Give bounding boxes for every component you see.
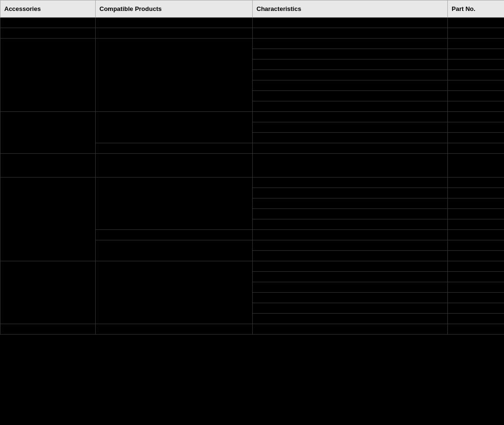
cell-partno <box>448 230 504 240</box>
cell-partno <box>448 198 504 209</box>
cell-characteristics <box>253 230 448 240</box>
cell-characteristics <box>253 178 448 188</box>
cell-partno <box>448 133 504 143</box>
accessories-table: Accessories Compatible Products Characte… <box>0 0 504 335</box>
cell-partno <box>448 49 504 59</box>
cell-partno <box>448 101 504 112</box>
cell-partno <box>448 272 504 282</box>
cell-characteristics <box>253 240 448 251</box>
cell-characteristics <box>253 303 448 314</box>
cell-compatible <box>96 143 253 154</box>
table-row <box>0 112 504 122</box>
cell-partno <box>448 70 504 80</box>
cell-compatible <box>96 230 253 240</box>
cell-characteristics <box>253 261 448 272</box>
cell-characteristics <box>253 282 448 293</box>
cell-partno <box>448 324 504 335</box>
cell-characteristics <box>253 39 448 49</box>
cell-partno <box>448 261 504 272</box>
cell-characteristics <box>253 154 448 178</box>
cell-characteristics <box>253 112 448 122</box>
cell-characteristics <box>253 143 448 154</box>
cell-partno <box>448 282 504 293</box>
cell-characteristics <box>253 219 448 230</box>
cell-characteristics <box>253 198 448 209</box>
cell-characteristics <box>253 251 448 261</box>
cell-accessories <box>0 154 96 178</box>
cell-partno <box>448 122 504 133</box>
cell-characteristics <box>253 209 448 219</box>
cell-partno <box>448 154 504 178</box>
cell-partno <box>448 39 504 49</box>
header-characteristics: Characteristics <box>253 0 448 18</box>
cell-characteristics <box>253 314 448 324</box>
cell-partno <box>448 91 504 101</box>
cell-compatible <box>96 112 253 143</box>
cell-partno <box>448 293 504 303</box>
cell-compatible <box>96 18 253 28</box>
cell-partno <box>448 219 504 230</box>
cell-compatible <box>96 28 253 39</box>
cell-partno <box>448 80 504 91</box>
cell-characteristics <box>253 18 448 28</box>
cell-characteristics <box>253 28 448 39</box>
cell-partno <box>448 59 504 70</box>
cell-characteristics <box>253 91 448 101</box>
cell-characteristics <box>253 59 448 70</box>
cell-partno <box>448 112 504 122</box>
header-compatible: Compatible Products <box>96 0 253 18</box>
cell-accessories <box>0 18 96 28</box>
cell-partno <box>448 178 504 188</box>
table-row <box>0 178 504 188</box>
cell-compatible <box>96 178 253 230</box>
table-row <box>0 324 504 335</box>
cell-accessories <box>0 39 96 112</box>
cell-compatible <box>96 39 253 112</box>
cell-partno <box>448 143 504 154</box>
cell-characteristics <box>253 101 448 112</box>
cell-partno <box>448 28 504 39</box>
table-row <box>0 39 504 49</box>
table-row <box>0 154 504 178</box>
table-row <box>0 18 504 28</box>
cell-partno <box>448 251 504 261</box>
header-row: Accessories Compatible Products Characte… <box>0 0 504 18</box>
table-row <box>0 28 504 39</box>
cell-accessories <box>0 178 96 261</box>
cell-accessories <box>0 324 96 335</box>
cell-characteristics <box>253 188 448 198</box>
cell-characteristics <box>253 49 448 59</box>
cell-partno <box>448 18 504 28</box>
cell-characteristics <box>253 80 448 91</box>
cell-accessories <box>0 112 96 154</box>
cell-accessories <box>0 261 96 324</box>
cell-partno <box>448 188 504 198</box>
cell-partno <box>448 209 504 219</box>
cell-partno <box>448 303 504 314</box>
cell-compatible <box>96 240 253 261</box>
table-row <box>0 261 504 272</box>
cell-characteristics <box>253 70 448 80</box>
cell-compatible <box>96 154 253 178</box>
cell-compatible <box>96 324 253 335</box>
cell-characteristics <box>253 324 448 335</box>
cell-characteristics <box>253 272 448 282</box>
cell-partno <box>448 240 504 251</box>
header-partno: Part No. <box>448 0 504 18</box>
cell-characteristics <box>253 122 448 133</box>
cell-characteristics <box>253 293 448 303</box>
header-accessories: Accessories <box>0 0 96 18</box>
cell-partno <box>448 314 504 324</box>
cell-compatible <box>96 261 253 324</box>
cell-characteristics <box>253 133 448 143</box>
cell-accessories <box>0 28 96 39</box>
